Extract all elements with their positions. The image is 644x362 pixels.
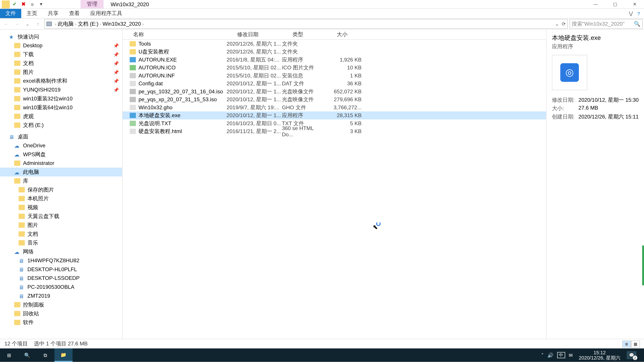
nav-network-pc[interactable]: 🖥DESKTOP-LSSOEDP (0, 274, 122, 283)
nav-quick-item[interactable]: YUNQISHI2019📌 (0, 85, 122, 94)
nav-quick-item[interactable]: 文档📌 (0, 59, 122, 68)
file-list[interactable]: 名称 修改日期 类型 大小 ▴ Tools2020/12/26, 星期六 1..… (122, 30, 546, 339)
file-row[interactable]: 本地硬盘安装.exe2020/10/12, 星期一 1...应用程序28,315… (122, 111, 546, 119)
ime-indicator[interactable]: 中 (557, 352, 565, 358)
chevron-right-icon[interactable]: › (142, 21, 144, 26)
nav-desktop-item[interactable]: Administrator (0, 159, 122, 168)
chevron-right-icon[interactable]: › (55, 21, 56, 26)
ribbon-help-icon[interactable]: ? (637, 11, 640, 16)
qat-properties-icon[interactable]: ✔ (10, 0, 18, 8)
nav-quick-item[interactable]: Desktop📌 (0, 41, 122, 50)
nav-network-pc[interactable]: 🖥ZMT2019 (0, 292, 122, 300)
nav-extra-item[interactable]: 软件 (0, 318, 122, 327)
breadcrumb-drive[interactable]: 文档 (E:) (78, 20, 98, 28)
start-button[interactable]: ⊞ (0, 349, 18, 362)
nav-forward-button[interactable]: → (12, 19, 21, 28)
nav-desktop-item[interactable]: ☁此电脑 (0, 168, 122, 176)
nav-quick-item[interactable]: 下载📌 (0, 50, 122, 59)
column-name[interactable]: 名称 (130, 31, 234, 38)
nav-quick-item[interactable]: win10重装32位win10 (0, 94, 122, 103)
nav-quick-item[interactable]: 图片📌 (0, 68, 122, 77)
minimize-button[interactable]: — (586, 0, 606, 8)
nav-desktop-item[interactable]: 本机照片 (0, 194, 122, 203)
nav-desktop[interactable]: 🖥桌面 (0, 132, 122, 141)
nav-desktop-item[interactable]: 天翼云盘下载 (0, 212, 122, 221)
nav-quick-item[interactable]: 文档 (E:) (0, 121, 122, 130)
address-bar[interactable]: › 此电脑 › 文档 (E:) › Win10x32_2020 › ⌄ ⟳ (44, 19, 568, 29)
task-view-button[interactable]: ⧉ (36, 349, 54, 362)
nav-network-pc[interactable]: 🖥1H4WPFQ7KZ8HU82 (0, 256, 122, 265)
navigation-pane[interactable]: ★快速访问 Desktop📌下载📌文档📌图片📌excel表格制作求和📌YUNQI… (0, 30, 122, 339)
nav-back-button[interactable]: ← (2, 19, 11, 28)
file-row[interactable]: Win10x32.gho2019/9/7, 星期六 19:...GHO 文件3,… (122, 104, 546, 112)
nav-up-button[interactable]: ↑ (34, 19, 42, 28)
file-row[interactable]: AUTORUN.INF2015/5/10, 星期日 02...安装信息1 KB (122, 72, 546, 80)
file-row[interactable]: U盘安装教程2020/12/26, 星期六 1...文件夹 (122, 48, 546, 56)
nav-extra-item[interactable]: 回收站 (0, 309, 122, 318)
ribbon-tab-home[interactable]: 主页 (21, 9, 42, 18)
nav-desktop-item[interactable]: 文档 (0, 230, 122, 239)
nav-desktop-item[interactable]: ☁WPS网盘 (0, 150, 122, 159)
nav-desktop-item[interactable]: 图片 (0, 221, 122, 230)
breadcrumb-folder[interactable]: Win10x32_2020 (102, 21, 141, 27)
taskbar-explorer-button[interactable]: 📁 (54, 349, 72, 362)
file-row[interactable]: AUTORUN.EXE2016/1/8, 星期五 04:...应用程序1,926… (122, 56, 546, 64)
maximize-button[interactable]: ▢ (606, 0, 625, 8)
qat-newfolder-icon[interactable]: ≡ (28, 0, 36, 8)
nav-desktop-item[interactable]: ☁OneDrive (0, 141, 122, 150)
search-input[interactable]: 搜索"Win10x32_2020" 🔍 (570, 19, 642, 29)
nav-desktop-item[interactable]: ☁网络 (0, 247, 122, 256)
refresh-icon[interactable]: ⟳ (562, 21, 566, 27)
qat-folder-icon[interactable] (2, 0, 10, 8)
ribbon-tab-share[interactable]: 共享 (42, 9, 64, 18)
nav-network-pc[interactable]: 🖥PC-20190530OBLA (0, 283, 122, 292)
nav-quick-item[interactable]: win10重装64位win10 (0, 103, 122, 112)
pin-icon: 📌 (113, 43, 119, 48)
chevron-right-icon[interactable]: › (75, 21, 76, 26)
column-size[interactable]: 大小 (333, 31, 373, 38)
breadcrumb-this-pc[interactable]: 此电脑 (58, 20, 74, 28)
column-date[interactable]: 修改日期 (234, 31, 289, 38)
qat-dropdown-icon[interactable]: ▾ (37, 0, 45, 8)
view-details-button[interactable]: ≣ (622, 340, 631, 348)
file-row[interactable]: AUTORUN.ICO2015/5/10, 星期日 02...ICO 图片文件1… (122, 64, 546, 72)
file-row[interactable]: pe_yqs_1032_20_07_31_16_04.iso2020/10/12… (122, 88, 546, 96)
nav-desktop-item[interactable]: 音乐 (0, 238, 122, 247)
chevron-right-icon[interactable]: › (100, 21, 101, 26)
contextual-tab-manage[interactable]: 管理 (80, 0, 104, 8)
file-row[interactable]: Tools2020/12/26, 星期六 1...文件夹 (122, 40, 546, 48)
view-large-icons-button[interactable]: ▦ (631, 340, 640, 348)
nav-extra-item[interactable]: 控制面板 (0, 300, 122, 309)
network-mail-icon[interactable]: ✉ (569, 352, 573, 358)
taskbar-clock[interactable]: 15:12 2020/12/26, 星期六 (576, 349, 623, 361)
folder-icon (18, 222, 25, 228)
file-row[interactable]: 硬盘安装教程.html2016/11/21, 星期一 2...360 se HT… (122, 127, 546, 135)
search-icon[interactable]: 🔍 (634, 21, 640, 27)
nav-quick-item[interactable]: 虎观 (0, 112, 122, 121)
nav-desktop-item[interactable]: 保存的图片 (0, 185, 122, 194)
ribbon-expand-icon[interactable]: ⋁ (629, 10, 633, 16)
ribbon-tab-file[interactable]: 文件 (0, 9, 21, 18)
file-row[interactable]: pe_yqs_xp_20_07_31_15_53.iso2020/10/12, … (122, 95, 546, 104)
ribbon-tab-view[interactable]: 查看 (64, 9, 85, 18)
action-center-button[interactable]: 💬2 (627, 351, 636, 359)
volume-icon[interactable]: 🔊 (548, 352, 554, 358)
qat-delete-icon[interactable]: ✖ (20, 0, 28, 8)
file-row[interactable]: 光盘说明.TXT2016/10/23, 星期日 0...TXT 文件5 KB (122, 119, 546, 128)
nav-network-pc[interactable]: 🖥DESKTOP-HL0PLFL (0, 265, 122, 274)
taskbar-search-button[interactable]: 🔍 (18, 349, 36, 362)
nav-history-dropdown[interactable]: ⌄ (23, 19, 32, 28)
nav-desktop-item[interactable]: 视频 (0, 203, 122, 212)
file-row[interactable]: Config.dat2020/10/12, 星期一 1...DAT 文件36 K… (122, 80, 546, 88)
nav-quick-item[interactable]: excel表格制作求和📌 (0, 77, 122, 85)
tray-overflow-icon[interactable]: ˄ (541, 352, 544, 358)
close-button[interactable]: ✕ (625, 0, 644, 8)
nav-quick-access[interactable]: ★快速访问 (0, 32, 122, 41)
ribbon-tab-apptools[interactable]: 应用程序工具 (85, 9, 128, 18)
taskbar[interactable]: ⊞ 🔍 ⧉ 📁 ˄ 🔊 中 ✉ 15:12 2020/12/26, 星期六 💬2 (0, 349, 644, 362)
column-type[interactable]: 类型 (289, 31, 333, 38)
address-dropdown-icon[interactable]: ⌄ (555, 21, 559, 27)
nav-desktop-item[interactable]: 库 (0, 176, 122, 185)
folder-icon (18, 187, 25, 192)
app-icon: ◎ (560, 63, 579, 82)
